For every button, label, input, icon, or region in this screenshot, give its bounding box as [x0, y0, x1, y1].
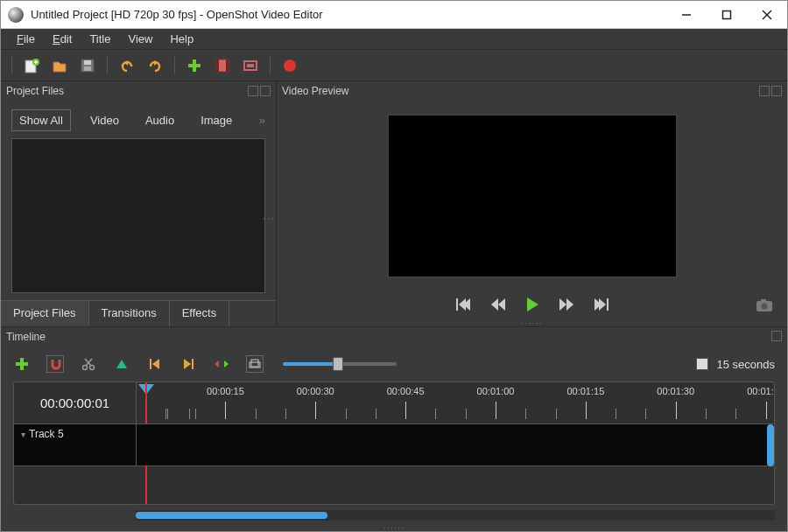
window-controls [666, 1, 787, 28]
filter-tabs: Show All Video Audio Image » [1, 101, 276, 138]
menu-help[interactable]: Help [161, 31, 202, 47]
timeline-tracks: ▾ Track 5 [14, 424, 774, 504]
media-thumbnails-area[interactable]: ⋮ [11, 138, 265, 293]
svg-line-29 [85, 359, 91, 366]
redo-icon[interactable] [146, 57, 164, 74]
svg-rect-30 [150, 359, 151, 369]
zoom-reset-icon[interactable] [696, 358, 708, 370]
track-header[interactable]: ▾ Track 5 [14, 424, 137, 466]
export-icon[interactable] [281, 57, 299, 74]
ruler-tick-label: 00:01:30 [657, 386, 694, 396]
minimize-button[interactable] [666, 1, 707, 28]
import-files-icon[interactable] [186, 57, 203, 74]
svg-rect-20 [607, 298, 609, 311]
track-collapse-icon[interactable]: ▾ [21, 430, 25, 439]
left-bottom-tabs: Project Files Transitions Effects [1, 300, 276, 326]
panels: Project Files Show All Video Audio Image… [1, 81, 787, 326]
filter-show-all[interactable]: Show All [11, 109, 71, 131]
jump-start-icon[interactable] [455, 298, 471, 312]
undock-icon[interactable] [248, 86, 258, 96]
timeline-title: Timeline [6, 331, 46, 343]
tab-project-files[interactable]: Project Files [1, 301, 89, 326]
undock-timeline-icon[interactable] [771, 331, 782, 341]
add-marker-icon[interactable] [113, 355, 130, 373]
open-project-icon[interactable] [51, 57, 68, 74]
timeline-ruler[interactable]: 00:00:00:01 00:00:1500:00:3000:00:4500:0… [14, 382, 774, 424]
svg-rect-9 [84, 60, 91, 65]
video-preview-panel: Video Preview ······ [277, 81, 787, 326]
profile-icon[interactable] [214, 57, 231, 74]
close-button[interactable] [747, 1, 787, 28]
filter-audio[interactable]: Audio [138, 110, 181, 130]
project-files-panel: Project Files Show All Video Audio Image… [1, 81, 277, 326]
horizontal-scrollbar-thumb[interactable] [136, 512, 327, 519]
menu-edit[interactable]: Edit [44, 31, 81, 47]
play-icon[interactable] [525, 297, 539, 312]
app-window: Untitled Project [HD 720p 30 fps] - Open… [0, 0, 788, 532]
panel-resize-handle[interactable]: ⋮ [263, 213, 275, 219]
svg-rect-32 [251, 360, 258, 367]
track-row: ▾ Track 5 [14, 424, 774, 466]
svg-rect-17 [247, 64, 254, 67]
maximize-button[interactable] [707, 1, 747, 28]
add-track-icon[interactable] [13, 355, 31, 373]
snapshot-icon[interactable] [756, 298, 773, 312]
next-marker-icon[interactable] [179, 355, 197, 373]
app-icon [8, 7, 24, 23]
svg-rect-31 [192, 359, 193, 369]
filter-more-icon[interactable]: » [259, 114, 265, 127]
svg-rect-14 [216, 60, 219, 72]
menubar: File Edit Title View Help [1, 29, 787, 50]
zoom-slider-knob[interactable] [333, 357, 343, 371]
ruler-tick-label: 00:01:00 [477, 386, 515, 396]
ruler-tick-label: 00:01:15 [566, 386, 604, 396]
svg-rect-19 [456, 298, 458, 311]
fast-forward-icon[interactable] [559, 298, 574, 312]
svg-rect-10 [84, 66, 91, 71]
track-body[interactable] [137, 424, 774, 466]
jump-end-icon[interactable] [594, 298, 609, 312]
new-project-icon[interactable] [23, 57, 40, 74]
timeline-splitter[interactable]: ······ [1, 522, 787, 531]
save-project-icon[interactable] [79, 57, 96, 74]
close-panel-icon[interactable] [260, 86, 271, 96]
svg-point-18 [284, 60, 296, 72]
tab-effects[interactable]: Effects [170, 301, 230, 326]
panel-splitter-horizontal[interactable]: ······ [277, 318, 787, 326]
preview-area [277, 101, 787, 318]
ruler-ticks[interactable]: 00:00:1500:00:3000:00:4500:01:0000:01:15… [137, 382, 774, 424]
video-frame[interactable] [388, 115, 677, 277]
undock-preview-icon[interactable] [759, 86, 770, 96]
rewind-icon[interactable] [490, 298, 506, 312]
razor-icon[interactable] [80, 355, 97, 373]
timeline-panel: Timeline 15 seconds 00:00:00:01 00:00:1 [1, 326, 787, 531]
project-files-title: Project Files [6, 85, 64, 97]
menu-title[interactable]: Title [81, 31, 119, 47]
filter-image[interactable]: Image [193, 110, 239, 130]
ruler-tick-label: 00:00:30 [297, 386, 334, 396]
svg-rect-22 [761, 299, 766, 302]
svg-point-23 [762, 304, 768, 310]
menu-view[interactable]: View [119, 31, 161, 47]
zoom-slider[interactable] [283, 362, 397, 366]
window-title: Untitled Project [HD 720p 30 fps] - Open… [31, 8, 666, 21]
timeline-ruler-area: 00:00:00:01 00:00:1500:00:3000:00:4500:0… [13, 382, 775, 505]
timecode-display[interactable]: 00:00:00:01 [14, 382, 137, 424]
timeline-toolbar: 15 seconds [1, 346, 787, 382]
zoom-tool-icon[interactable] [246, 355, 264, 373]
tab-transitions[interactable]: Transitions [89, 301, 170, 326]
fullscreen-icon[interactable] [242, 57, 259, 74]
horizontal-scrollbar[interactable] [136, 510, 775, 521]
svg-line-28 [86, 359, 92, 366]
filter-video[interactable]: Video [83, 110, 126, 130]
center-playhead-icon[interactable] [213, 355, 230, 373]
prev-marker-icon[interactable] [146, 355, 164, 373]
playback-controls [455, 297, 609, 312]
close-preview-icon[interactable] [771, 86, 782, 96]
vertical-scrollbar-thumb[interactable] [767, 424, 774, 466]
menu-file[interactable]: File [8, 31, 44, 47]
titlebar: Untitled Project [HD 720p 30 fps] - Open… [1, 1, 787, 29]
undo-icon[interactable] [118, 57, 136, 74]
ruler-tick-label: 00:00:15 [207, 386, 244, 396]
snapping-icon[interactable] [46, 355, 64, 373]
